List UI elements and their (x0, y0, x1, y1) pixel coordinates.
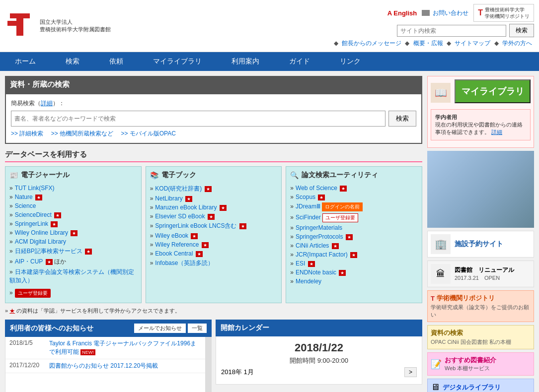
header-top-links: A English お問い合わせ T 豊橋技術科学大学 学術機関リポジトリ (387, 4, 534, 22)
list-item: ユーザ登録要 (9, 286, 137, 299)
mylibrary-label: 学内者用 (435, 114, 457, 120)
other-search-link[interactable]: >> 他機関所蔵検索など (51, 130, 113, 137)
wos-link[interactable]: Web of Science (296, 185, 337, 192)
database-section: データベースを利用する 📰 電子ジャーナル TUT Link(SFX) Natu… (5, 150, 422, 315)
cinii-link[interactable]: CiNii Articles (296, 242, 329, 249)
news-content: 2018/1/5 Taylor & Francis 電子ジャーナルバックファイル… (5, 337, 206, 392)
tut-sfx-link[interactable]: TUT Link(SFX) (15, 185, 55, 192)
opac-card[interactable]: 資料の検索 OPAC CiNii 国会図書館 私の本棚 (427, 325, 534, 349)
news-panel-header: 利用者の皆様へのお知らせ メールでお知らせ 一覧 (5, 320, 212, 337)
list-item: JDreamⅢ ログインの名前 (290, 201, 418, 212)
header-search: 検索 (397, 24, 534, 37)
sciencedirect-link[interactable]: ScienceDirect (15, 211, 52, 218)
wiley-online-link[interactable]: Wiley Online Library (15, 229, 68, 236)
ejournal-header: 📰 電子ジャーナル (9, 171, 137, 180)
digital-label: デジタルライブラリ (443, 383, 501, 392)
list-item: Infobase（英語多読） (150, 258, 278, 268)
sub-link-message[interactable]: 館長からのメッセージ (342, 40, 401, 47)
maruzen-link[interactable]: Maruzen eBook Library (155, 204, 217, 211)
kod-badge: ★ (205, 186, 212, 192)
detail-link-inline[interactable]: 詳細 (41, 100, 53, 107)
repository-card[interactable]: T 学術機関リポジトリ 学術研究成果（論文等）をご提供のお願い (427, 290, 534, 322)
sprmat-link[interactable]: SpringerMaterials (296, 224, 342, 231)
gakken-icon-link[interactable]: ★ (9, 308, 15, 314)
calendar-next-button[interactable]: > (404, 367, 417, 377)
acm-link[interactable]: ACM Digital Library (15, 238, 66, 245)
simple-search-label: 簡易検索（詳細）： (11, 99, 416, 108)
main-search-button[interactable]: 検索 (388, 111, 416, 127)
netlibrary-link[interactable]: NetLibrary (155, 195, 182, 202)
left-panel: 資料・所蔵の検索 簡易検索（詳細）： 検索 >> 詳細検索 >> 他機関所蔵検索… (5, 76, 422, 392)
sub-link-external[interactable]: 学外の方へ (502, 40, 532, 47)
list-item: SpringerLink ★ (9, 219, 137, 228)
facility-building-icon: 🏢 (435, 238, 447, 250)
header-search-button[interactable]: 検索 (509, 24, 534, 37)
email-notify-button[interactable]: メールでお知らせ (134, 324, 186, 333)
renewal-text: 図書館 リニューアル 2017.3.21 OPEN (455, 266, 514, 282)
scopus-link[interactable]: Scopus (296, 194, 315, 200)
database-note: » ★ の資料は「学認」サービスを利用して学外からアクセスできます。 (5, 307, 422, 315)
page-header: 国立大学法人 豊橋技術科学大学附属図書館 A English お問い合わせ T … (0, 0, 539, 52)
svg-rect-2 (7, 21, 16, 26)
nav-request[interactable]: 依頼 (94, 52, 138, 71)
endnote-link[interactable]: ENDNote basic (296, 269, 336, 276)
search-tools-icon: 🔍 (290, 171, 299, 179)
ejournal-list: TUT Link(SFX) Nature ★ Science ScienceDi… (9, 184, 137, 299)
sc-badge: ★ (318, 195, 325, 200)
news-link[interactable]: Taylor & Francis 電子ジャーナルバックファイル1996まで利用可… (49, 340, 196, 355)
nav-mylibrary[interactable]: マイライブラリ (138, 52, 217, 71)
search-input-row: 検索 (11, 111, 416, 127)
nav-guide[interactable]: ガイド (274, 52, 325, 71)
sub-link-overview[interactable]: 概要・広報 (413, 40, 443, 47)
nav-links[interactable]: リンク (325, 52, 376, 71)
list-item: Ebook Central ★ (150, 249, 278, 258)
search-inner: 簡易検索（詳細）： 検索 >> 詳細検索 >> 他機関所蔵検索など >> モバイ… (5, 93, 422, 144)
english-link[interactable]: A English (387, 9, 417, 17)
contact-link[interactable]: お問い合わせ (422, 9, 468, 17)
digital-library-card[interactable]: 🖥 デジタルライブラリ (427, 379, 534, 392)
sub-link-sitemap[interactable]: サイトマップ (455, 40, 490, 47)
scifinder-link[interactable]: SciFinder (296, 214, 321, 221)
list-item: NetLibrary ★ (150, 194, 278, 203)
mendeley-link[interactable]: Mendeley (296, 278, 321, 285)
mylibrary-button[interactable]: マイライブラリ (455, 79, 531, 103)
nature-link[interactable]: Nature (15, 194, 33, 200)
springer-ebook-link[interactable]: SpringerLink eBook LNCS含む (155, 222, 236, 229)
book-rec-card[interactable]: 📝 おすすめ図書紹介 Web 本棚サービス (427, 352, 534, 376)
jcr-link[interactable]: JCR(Impact Factor) (296, 251, 348, 258)
list-item: Science (9, 201, 137, 210)
detail-search-link[interactable]: >> 詳細検索 (11, 130, 43, 137)
list-button[interactable]: 一覧 (188, 324, 207, 333)
news-date-2: 2017/12/20 (9, 362, 49, 370)
sprpro-link[interactable]: SpringerProtocols (296, 233, 343, 240)
ebook-central-link[interactable]: Ebook Central (155, 250, 193, 257)
header-search-input[interactable] (397, 25, 506, 37)
jdream-link[interactable]: JDreamⅢ (296, 203, 320, 210)
spe-badge: ★ (239, 223, 246, 229)
springerlink-link[interactable]: SpringerLink (15, 220, 48, 227)
main-search-input[interactable] (11, 111, 385, 127)
nav-search[interactable]: 検索 (51, 52, 94, 71)
elsevier-link[interactable]: Elsevier SD eBook (155, 213, 205, 220)
arch-link[interactable]: 日本建築学会論文等検索システム（機関別定額加入） (9, 268, 134, 284)
nav-home[interactable]: ホーム (0, 52, 51, 71)
ebook-card: 📚 電子ブック KOD(研究社辞書) ★ NetLibrary ★ Maruze… (146, 166, 282, 303)
news-scrollbar[interactable] (206, 337, 212, 392)
science-link[interactable]: Science (15, 202, 36, 209)
list-item: Maruzen eBook Library ★ (150, 203, 278, 212)
esi-link[interactable]: ESI (296, 260, 305, 267)
news-link-2[interactable]: 図書館からのお知らせ 2017.12.20号掲載 (49, 362, 158, 369)
mobile-opac-link[interactable]: >> モバイル版OPAC (121, 130, 175, 137)
wiley-ebook-link[interactable]: Wiley eBook (155, 232, 188, 239)
nikkei-link[interactable]: 日経BP記事検索サービス (15, 248, 82, 255)
database-grid: 📰 電子ジャーナル TUT Link(SFX) Nature ★ Science… (5, 166, 422, 303)
kod-link[interactable]: KOD(研究社辞書) (155, 185, 202, 192)
aip-link[interactable]: AIP・CUP (15, 258, 43, 265)
list-item: CiNii Articles ★ (290, 241, 418, 250)
facility-card[interactable]: 🏢 施設予約サイト (427, 231, 534, 258)
wiley-reference-link[interactable]: Wiley Reference (155, 241, 199, 248)
infobase-link[interactable]: Infobase（英語多読） (155, 260, 214, 266)
nav-usage[interactable]: 利用案内 (217, 52, 274, 71)
mylibrary-detail-link[interactable]: 詳細 (491, 129, 502, 135)
renewal-icon: 🏛 (431, 264, 451, 284)
